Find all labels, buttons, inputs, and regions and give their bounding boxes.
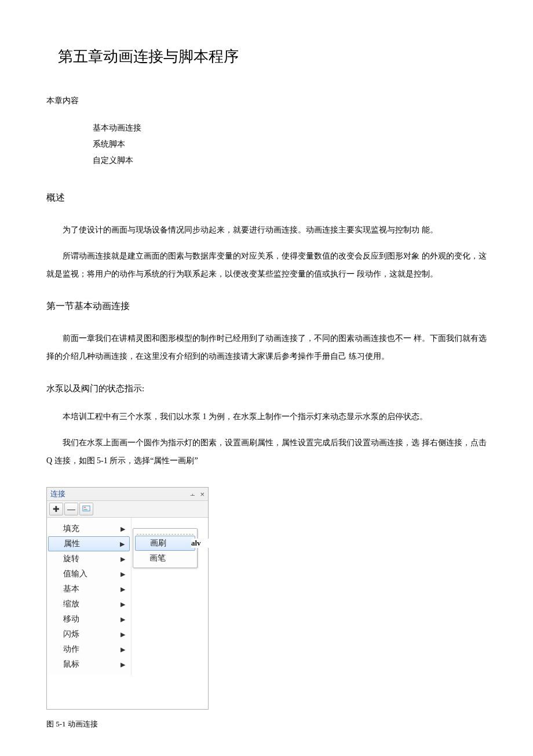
section-1-paragraph-1: 前面一章我们在讲精灵图和图形模型的制作时已经用到了动画连接了，不同的图素动画连接… [46, 330, 487, 366]
menu-item-mouse[interactable]: 鼠标 ▶ [47, 657, 131, 672]
contents-item: 系统脚本 [93, 136, 487, 152]
menu-item-basic[interactable]: 基本 ▶ [47, 581, 131, 597]
submenu-item-label: 画刷 [150, 538, 166, 547]
svg-rect-2 [84, 509, 87, 510]
panel-titlebar: 连接 ⫠ × [47, 488, 208, 501]
overview-paragraph-2: 所谓动画连接就是建立画面的图素与数据库变量的对应关系，使得变量数值的改变会反应到… [46, 248, 487, 284]
config-icon [82, 504, 90, 514]
submenu-item-brush[interactable]: 画刷 [135, 536, 195, 551]
main-menu: 填充 ▶ 属性 ▶ 旋转 ▶ 值输入 ▶ 基本 ▶ 缩放 ▶ [47, 518, 132, 675]
menu-item-rotate[interactable]: 旋转 ▶ [47, 551, 131, 566]
chapter-title: 第五章动画连接与脚本程序 [58, 46, 487, 67]
panel-toolbar: ✚ — [47, 501, 208, 518]
menu-item-scale[interactable]: 缩放 ▶ [47, 597, 131, 612]
menu-item-label: 闪烁 [63, 629, 79, 639]
overview-paragraph-1: 为了使设计的画面与现场设备情况同步动起来，就要进行动画连接。动画连接主要实现监视… [46, 221, 487, 239]
chevron-right-icon: ▶ [121, 525, 125, 533]
menu-item-label: 旋转 [63, 554, 79, 564]
menu-item-label: 值输入 [63, 569, 87, 579]
chevron-right-icon: ▶ [121, 646, 125, 653]
chevron-right-icon: ▶ [121, 616, 125, 623]
sub-1-paragraph-1: 本培训工程中有三个水泵，我们以水泵 1 为例，在水泵上制作一个指示灯来动态显示水… [46, 408, 487, 426]
menu-item-label: 填充 [63, 524, 79, 534]
sub-menu: 画刷 画笔 [133, 528, 198, 568]
contents-item: 自定义脚本 [93, 152, 487, 169]
chevron-right-icon: ▶ [121, 555, 125, 563]
menu-item-label: 动作 [63, 644, 79, 655]
chevron-right-icon: ▶ [121, 631, 125, 638]
panel-title-text: 连接 [50, 489, 65, 499]
menu-item-label: 缩放 [63, 599, 79, 609]
menu-item-move[interactable]: 移动 ▶ [47, 612, 131, 627]
menu-item-fill[interactable]: 填充 ▶ [47, 521, 131, 536]
menu-item-action[interactable]: 动作 ▶ [47, 642, 131, 657]
menu-item-label: 基本 [63, 584, 79, 594]
menu-item-blink[interactable]: 闪烁 ▶ [47, 627, 131, 642]
right-overflow-text: alv [191, 539, 209, 548]
config-button[interactable] [79, 503, 93, 515]
submenu-item-pen[interactable]: 画笔 [133, 551, 197, 566]
connection-panel: 连接 ⫠ × ✚ — 填充 ▶ 属性 ▶ [46, 487, 209, 710]
svg-rect-0 [83, 506, 90, 511]
menu-item-label: 移动 [63, 614, 79, 624]
overview-heading: 概述 [46, 192, 487, 204]
submenu-item-label: 画笔 [149, 553, 166, 562]
close-icon[interactable]: × [200, 490, 205, 499]
chevron-right-icon: ▶ [120, 540, 125, 548]
menu-item-label: 鼠标 [63, 659, 79, 670]
chevron-right-icon: ▶ [121, 661, 125, 668]
chevron-right-icon: ▶ [121, 570, 125, 578]
contents-label: 本章内容 [46, 96, 487, 106]
chevron-right-icon: ▶ [121, 586, 125, 593]
svg-rect-1 [84, 507, 86, 508]
chevron-right-icon: ▶ [121, 601, 125, 608]
pin-icon[interactable]: ⫠ [189, 490, 196, 499]
menu-item-label: 属性 [64, 539, 80, 549]
plus-icon: ✚ [53, 505, 60, 513]
sub-1-paragraph-2: 我们在水泵上面画一个圆作为指示灯的图素，设置画刷属性，属性设置完成后我们设置动画… [46, 434, 487, 470]
contents-item: 基本动画连接 [93, 120, 487, 136]
section-1-heading: 第一节基本动画连接 [46, 300, 487, 312]
sub-1-heading: 水泵以及阀门的状态指示: [46, 383, 487, 394]
add-button[interactable]: ✚ [49, 503, 63, 515]
remove-button[interactable]: — [64, 503, 78, 515]
contents-list: 基本动画连接 系统脚本 自定义脚本 [93, 120, 487, 169]
submenu-separator [137, 530, 194, 535]
minus-icon: — [67, 505, 75, 513]
menu-item-value-input[interactable]: 值输入 ▶ [47, 566, 131, 581]
figure-caption: 图 5-1 动画连接 [46, 719, 487, 729]
menu-item-property[interactable]: 属性 ▶ [48, 536, 130, 551]
